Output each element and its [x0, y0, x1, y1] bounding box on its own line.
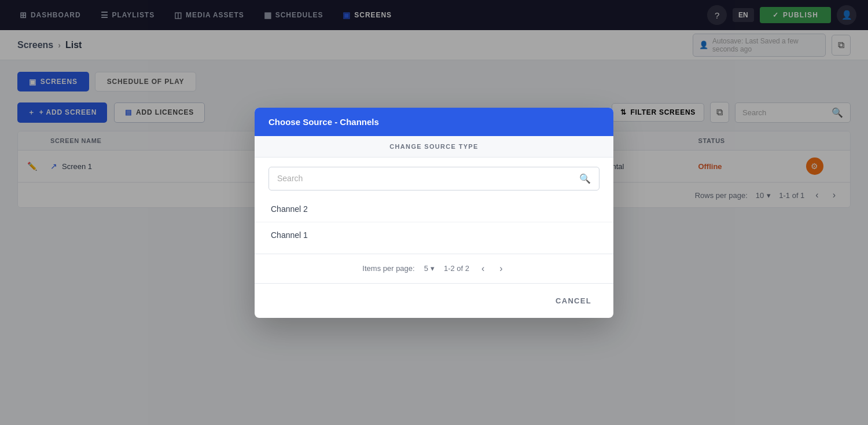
modal-per-page-value: 5 — [424, 264, 428, 273]
modal-search-wrap: 🔍 — [255, 157, 613, 196]
modal-list-item[interactable]: Channel 2 — [255, 196, 613, 222]
modal-header: Choose Source - Channels — [255, 108, 613, 136]
modal-change-type-label[interactable]: CHANGE SOURCE TYPE — [255, 136, 613, 157]
modal-chevron-down-icon: ▾ — [431, 264, 435, 273]
channel-1-label: Channel 1 — [271, 230, 308, 240]
modal-body: CHANGE SOURCE TYPE 🔍 Channel 2 Channel 1… — [255, 136, 613, 283]
modal-choose-source: Choose Source - Channels CHANGE SOURCE T… — [255, 108, 613, 318]
modal-channel-list: Channel 2 Channel 1 — [255, 196, 613, 254]
modal-next-page-button[interactable]: › — [496, 262, 505, 275]
modal-per-page-select[interactable]: 5 ▾ — [424, 264, 435, 273]
items-per-page-label: Items per page: — [362, 264, 414, 273]
modal-search-box[interactable]: 🔍 — [269, 167, 599, 190]
modal-list-item[interactable]: Channel 1 — [255, 222, 613, 248]
channel-2-label: Channel 2 — [271, 204, 308, 214]
modal-search-icon: 🔍 — [579, 173, 591, 184]
cancel-button[interactable]: CANCEL — [547, 292, 599, 310]
modal-title: Choose Source - Channels — [269, 117, 379, 127]
modal-footer: CANCEL — [255, 283, 613, 318]
modal-search-input[interactable] — [277, 174, 573, 183]
modal-prev-page-button[interactable]: ‹ — [479, 262, 487, 275]
modal-page-range: 1-2 of 2 — [444, 264, 469, 273]
modal-pagination: Items per page: 5 ▾ 1-2 of 2 ‹ › — [255, 254, 613, 283]
modal-overlay[interactable]: Choose Source - Channels CHANGE SOURCE T… — [0, 0, 868, 425]
